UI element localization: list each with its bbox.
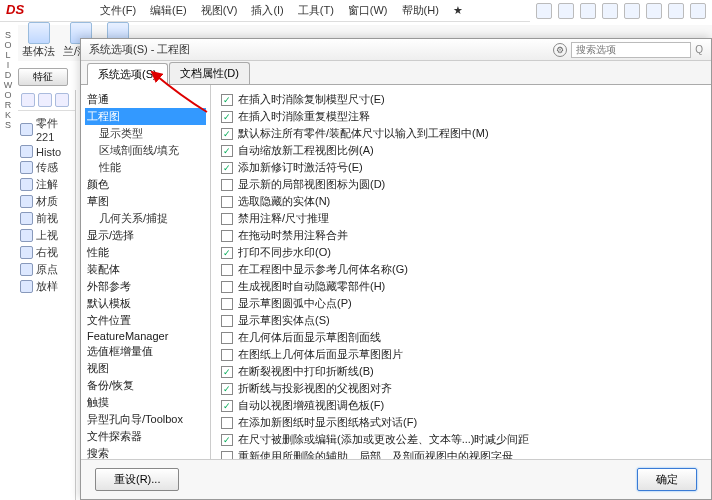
option-row[interactable]: 显示草图实体点(S)	[221, 312, 701, 329]
checkbox[interactable]	[221, 247, 233, 259]
category-node[interactable]: 文件探索器	[85, 428, 206, 445]
tree-item[interactable]: Histo	[20, 144, 73, 159]
category-node[interactable]: 显示类型	[85, 125, 206, 142]
checkbox[interactable]	[221, 315, 233, 327]
filter-icon[interactable]	[21, 93, 35, 107]
category-node[interactable]: 工程图	[85, 108, 206, 125]
checkbox[interactable]	[221, 349, 233, 361]
option-row[interactable]: 自动缩放新工程视图比例(A)	[221, 142, 701, 159]
category-node[interactable]: 性能	[85, 244, 206, 261]
tab-document-properties[interactable]: 文档属性(D)	[169, 62, 250, 84]
option-row[interactable]: 在图纸上几何体后面显示草图图片	[221, 346, 701, 363]
checkbox[interactable]	[221, 400, 233, 412]
panel-icon[interactable]	[38, 93, 52, 107]
qa-icon[interactable]	[558, 3, 574, 19]
ok-button[interactable]: 确定	[637, 468, 697, 491]
menu-star-icon[interactable]: ★	[453, 4, 463, 17]
qa-icon[interactable]	[602, 3, 618, 19]
qa-icon[interactable]	[580, 3, 596, 19]
tree-root[interactable]: 零件221	[20, 115, 73, 144]
checkbox[interactable]	[221, 366, 233, 378]
option-row[interactable]: 自动以视图增殖视图调色板(F)	[221, 397, 701, 414]
tree-item[interactable]: 传感	[20, 159, 73, 176]
category-node[interactable]: FeatureManager	[85, 329, 206, 343]
category-node[interactable]: 外部参考	[85, 278, 206, 295]
tree-item[interactable]: 材质	[20, 193, 73, 210]
option-row[interactable]: 折断线与投影视图的父视图对齐	[221, 380, 701, 397]
category-node[interactable]: 视图	[85, 360, 206, 377]
category-node[interactable]: 文件位置	[85, 312, 206, 329]
category-node[interactable]: 几何关系/捕捉	[85, 210, 206, 227]
ribbon-item[interactable]: 基体法	[22, 22, 55, 59]
menu-tools[interactable]: 工具(T)	[298, 3, 334, 18]
tree-item[interactable]: 注解	[20, 176, 73, 193]
option-row[interactable]: 重新使用所删除的辅助、局部、及剖面视图中的视图字母	[221, 448, 701, 459]
checkbox[interactable]	[221, 417, 233, 429]
checkbox[interactable]	[221, 111, 233, 123]
search-icon[interactable]: ⚙	[553, 43, 567, 57]
option-row[interactable]: 选取隐藏的实体(N)	[221, 193, 701, 210]
menu-file[interactable]: 文件(F)	[100, 3, 136, 18]
checkbox[interactable]	[221, 213, 233, 225]
qa-icon[interactable]	[536, 3, 552, 19]
option-row[interactable]: 显示草图圆弧中心点(P)	[221, 295, 701, 312]
menu-help[interactable]: 帮助(H)	[402, 3, 439, 18]
category-node[interactable]: 选值框增量值	[85, 343, 206, 360]
checkbox[interactable]	[221, 145, 233, 157]
menu-edit[interactable]: 编辑(E)	[150, 3, 187, 18]
checkbox[interactable]	[221, 434, 233, 446]
qa-icon[interactable]	[624, 3, 640, 19]
category-node[interactable]: 搜索	[85, 445, 206, 459]
tree-item[interactable]: 上视	[20, 227, 73, 244]
category-node[interactable]: 颜色	[85, 176, 206, 193]
tree-item[interactable]: 原点	[20, 261, 73, 278]
tab-system-options[interactable]: 系统选项(S)	[87, 63, 168, 85]
checkbox[interactable]	[221, 196, 233, 208]
menu-window[interactable]: 窗口(W)	[348, 3, 388, 18]
checkbox[interactable]	[221, 264, 233, 276]
checkbox[interactable]	[221, 94, 233, 106]
qa-icon[interactable]	[668, 3, 684, 19]
category-node[interactable]: 区域剖面线/填充	[85, 142, 206, 159]
checkbox[interactable]	[221, 281, 233, 293]
checkbox[interactable]	[221, 451, 233, 460]
tree-item[interactable]: 放样	[20, 278, 73, 295]
option-row[interactable]: 在插入时消除复制模型尺寸(E)	[221, 91, 701, 108]
option-row[interactable]: 在断裂视图中打印折断线(B)	[221, 363, 701, 380]
category-node[interactable]: 备份/恢复	[85, 377, 206, 394]
tree-item[interactable]: 前视	[20, 210, 73, 227]
option-row[interactable]: 显示新的局部视图图标为圆(D)	[221, 176, 701, 193]
checkbox[interactable]	[221, 162, 233, 174]
option-row[interactable]: 在插入时消除重复模型注释	[221, 108, 701, 125]
category-node[interactable]: 草图	[85, 193, 206, 210]
checkbox[interactable]	[221, 230, 233, 242]
option-row[interactable]: 添加新修订时激活符号(E)	[221, 159, 701, 176]
checkbox[interactable]	[221, 383, 233, 395]
menu-view[interactable]: 视图(V)	[201, 3, 238, 18]
search-options-input[interactable]	[571, 42, 691, 58]
tree-item[interactable]: 右视	[20, 244, 73, 261]
reset-button[interactable]: 重设(R)...	[95, 468, 179, 491]
category-node[interactable]: 显示/选择	[85, 227, 206, 244]
option-row[interactable]: 在添加新图纸时显示图纸格式对话(F)	[221, 414, 701, 431]
option-row[interactable]: 生成视图时自动隐藏零部件(H)	[221, 278, 701, 295]
option-row[interactable]: 在尺寸被删除或编辑(添加或更改公差、文本等...)时减少间距	[221, 431, 701, 448]
checkbox[interactable]	[221, 179, 233, 191]
feature-tab[interactable]: 特征	[18, 68, 68, 86]
option-row[interactable]: 在几何体后面显示草图剖面线	[221, 329, 701, 346]
option-row[interactable]: 默认标注所有零件/装配体尺寸以输入到工程图中(M)	[221, 125, 701, 142]
option-row[interactable]: 在工程图中显示参考几何体名称(G)	[221, 261, 701, 278]
checkbox[interactable]	[221, 298, 233, 310]
option-row[interactable]: 在拖动时禁用注释合并	[221, 227, 701, 244]
category-node[interactable]: 普通	[85, 91, 206, 108]
gear-icon[interactable]	[690, 3, 706, 19]
category-node[interactable]: 性能	[85, 159, 206, 176]
category-node[interactable]: 异型孔向导/Toolbox	[85, 411, 206, 428]
category-node[interactable]: 触摸	[85, 394, 206, 411]
option-row[interactable]: 禁用注释/尺寸推理	[221, 210, 701, 227]
qa-icon[interactable]	[646, 3, 662, 19]
option-row[interactable]: 打印不同步水印(O)	[221, 244, 701, 261]
search-go-icon[interactable]: Q	[695, 44, 703, 55]
checkbox[interactable]	[221, 128, 233, 140]
menu-insert[interactable]: 插入(I)	[251, 3, 283, 18]
